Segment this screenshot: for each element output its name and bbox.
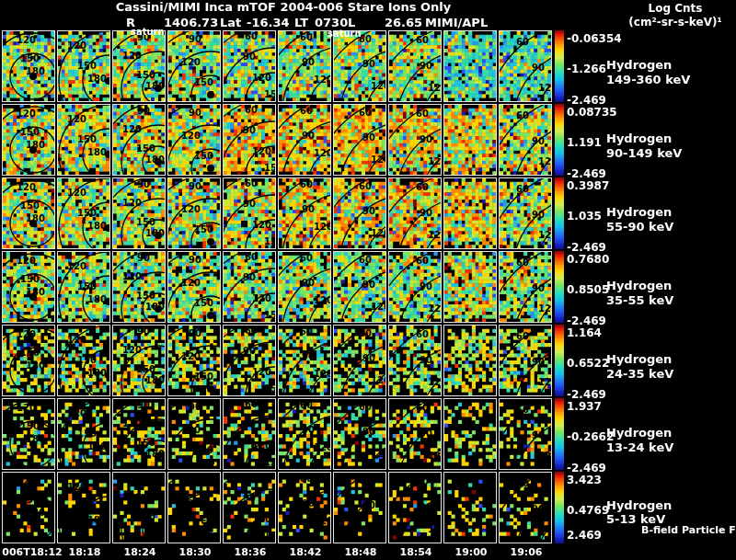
cb-mid: 0.4769 xyxy=(567,505,609,516)
colorbar-row7 xyxy=(555,472,564,543)
cb-max: 0.7680 xyxy=(567,254,609,265)
colorbar-row1 xyxy=(555,30,564,102)
time-tick: 18:42 xyxy=(278,546,333,558)
time-tick: 19:00 xyxy=(443,546,499,558)
cb-min: -2.469 xyxy=(567,463,606,474)
energy-label: 24-35 keV xyxy=(606,368,673,380)
cb-min: -2.469 xyxy=(567,315,606,326)
bfield-flow-label: B-field Particle Flow xyxy=(641,524,736,536)
radius-value: 1406.73 xyxy=(164,16,218,29)
cb-mid: 1.191 xyxy=(567,137,602,148)
lt-value: 0730 xyxy=(315,16,348,29)
cb-min: 2.469 xyxy=(567,530,602,541)
cb-max: 1.937 xyxy=(567,401,602,412)
mimi-inca-display: Cassini/MIMI Inca mTOF 2004-006 Stare Io… xyxy=(0,0,736,560)
saturn-label: saturn xyxy=(328,29,362,39)
colorbar-row4 xyxy=(555,251,564,323)
units-block: Log Cnts (cm²-sr-s-keV)¹ xyxy=(615,2,736,16)
energy-label: 35-55 keV xyxy=(606,294,673,306)
cb-max: 0.3987 xyxy=(567,180,609,191)
saturn-label: saturn xyxy=(131,27,165,37)
cb-min: -2.469 xyxy=(567,95,606,106)
units-title: Log Cnts xyxy=(649,2,703,15)
time-tick: 18:48 xyxy=(333,546,388,558)
lt-label: LT xyxy=(294,16,308,29)
lat-value: -16.34 xyxy=(247,16,290,29)
cb-mid: 0.6522 xyxy=(567,358,609,369)
species-label: Hydrogen xyxy=(606,353,672,365)
cb-max: 1.164 xyxy=(567,327,602,338)
cb-min: -2.469 xyxy=(567,168,606,179)
energy-label: 55-90 keV xyxy=(606,221,673,233)
cb-min: -2.469 xyxy=(567,242,606,253)
units-line: (cm²-sr-s-keV)¹ xyxy=(615,16,736,29)
species-label: Hydrogen xyxy=(606,427,672,439)
species-label: Hydrogen xyxy=(606,499,672,511)
time-tick: 18:36 xyxy=(223,546,278,558)
cb-max: 0.08735 xyxy=(567,107,617,118)
energy-label: 90-149 keV xyxy=(606,147,682,159)
colorbar-row3 xyxy=(555,177,564,249)
cb-mid: 0.8505 xyxy=(567,284,609,295)
lat-label: Lat xyxy=(220,16,241,29)
colorbar-row6 xyxy=(555,398,564,470)
time-tick: 18:30 xyxy=(167,546,223,558)
l-label: L xyxy=(348,16,355,29)
species-label: Hydrogen xyxy=(606,280,672,291)
species-label: Hydrogen xyxy=(606,132,672,144)
time-tick: 18:54 xyxy=(388,546,443,558)
time-tick: 19:06 xyxy=(499,546,554,558)
time-tick: 18:18 xyxy=(57,546,112,558)
time-tick: 18:24 xyxy=(112,546,167,558)
species-label: Hydrogen xyxy=(606,206,672,218)
cb-mid: -1.266 xyxy=(567,63,606,74)
credit-label: MIMI/APL xyxy=(425,16,488,29)
energy-label: 13-24 keV xyxy=(606,441,673,453)
cb-max: -0.06354 xyxy=(567,33,622,44)
cb-min: -2.469 xyxy=(567,389,606,400)
l-value: 26.65 xyxy=(385,16,422,29)
cb-max: 3.423 xyxy=(567,474,602,486)
page-title: Cassini/MIMI Inca mTOF 2004-006 Stare Io… xyxy=(0,0,567,14)
species-label: Hydrogen xyxy=(606,59,672,71)
colorbar-row5 xyxy=(555,325,564,396)
colorbar-row2 xyxy=(555,104,564,176)
energy-label: 149-360 keV xyxy=(606,74,690,86)
cb-mid: 1.035 xyxy=(567,211,602,222)
